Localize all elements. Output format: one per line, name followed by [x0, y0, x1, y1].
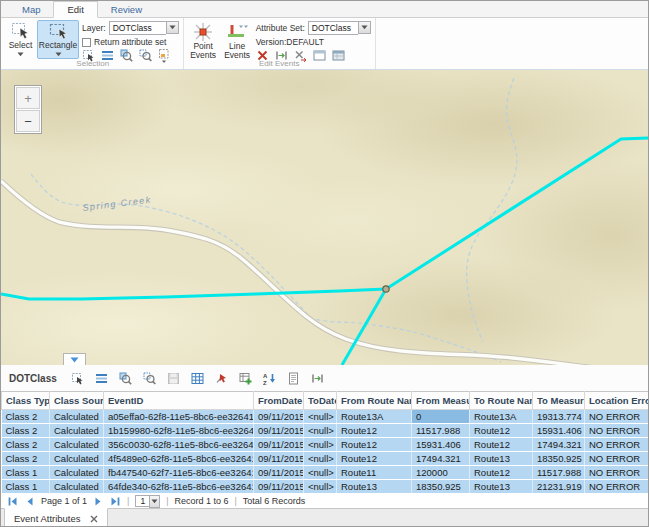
table-cell[interactable]: Class 2: [2, 452, 50, 466]
rectangle-select-button[interactable]: Rectangle: [37, 20, 79, 59]
table-cell[interactable]: Calculated: [50, 480, 104, 494]
column-header[interactable]: Location Error: [585, 392, 649, 410]
zoom-in-button[interactable]: +: [16, 87, 40, 109]
table-cell[interactable]: Route13A: [337, 410, 412, 424]
table-cell[interactable]: 09/11/2015: [254, 480, 304, 494]
table-cell[interactable]: 120000: [412, 466, 470, 480]
column-header[interactable]: To Measure: [533, 392, 585, 410]
attribute-set-dropdown-icon[interactable]: [358, 21, 371, 34]
table-cell[interactable]: <null>: [304, 424, 337, 438]
table-cell[interactable]: 1b159980-62f8-11e5-8bc6-ee32641d5ec9: [104, 424, 254, 438]
table-cell[interactable]: NO ERROR: [585, 410, 649, 424]
map-viewport[interactable]: Spring Creek + −: [1, 70, 649, 365]
table-cell[interactable]: Route12: [470, 424, 533, 438]
table-cell[interactable]: Route12: [470, 438, 533, 452]
table-cell[interactable]: 09/11/2015: [254, 438, 304, 452]
layer-dropdown-icon[interactable]: [166, 21, 179, 34]
column-header[interactable]: FromDate: [254, 392, 304, 410]
table-cell[interactable]: Calculated: [50, 424, 104, 438]
next-page-icon[interactable]: [93, 496, 104, 507]
table-cell[interactable]: Class 1: [2, 480, 50, 494]
table-cell[interactable]: 11517.988: [412, 424, 470, 438]
table-cell[interactable]: Class 2: [2, 410, 50, 424]
tab-review[interactable]: Review: [98, 2, 155, 17]
table-cell[interactable]: <null>: [304, 410, 337, 424]
column-header[interactable]: ToDate: [304, 392, 337, 410]
save-icon[interactable]: [167, 372, 180, 385]
table-cell[interactable]: 17494.321: [412, 452, 470, 466]
table-row[interactable]: Class 1Calculated64fde340-62f8-11e5-8bc6…: [2, 480, 649, 494]
attribute-table-icon[interactable]: [191, 372, 204, 385]
table-row[interactable]: Class 2Calculated4f5489e0-62f8-11e5-8bc6…: [2, 452, 649, 466]
set-range-icon[interactable]: [311, 372, 324, 385]
pan-to-selection-icon[interactable]: [143, 372, 156, 385]
table-cell[interactable]: fb447540-62f7-11e5-8bc6-ee32641d5ec9: [104, 466, 254, 480]
table-cell[interactable]: 356c0030-62f8-11e5-8bc6-ee32641d5ec9: [104, 438, 254, 452]
last-page-icon[interactable]: [110, 496, 121, 507]
identify-icon[interactable]: [287, 372, 300, 385]
table-cell[interactable]: a05effa0-62f8-11e5-8bc6-ee32641d5ec9: [104, 410, 254, 424]
table-cell[interactable]: 21231.919: [533, 480, 585, 494]
table-cell[interactable]: Route13: [470, 452, 533, 466]
table-cell[interactable]: Route12: [337, 452, 412, 466]
selection-list-icon[interactable]: [95, 372, 108, 385]
point-events-button[interactable]: Point Events: [188, 20, 219, 59]
column-header[interactable]: EventID: [104, 392, 254, 410]
column-header[interactable]: To Route Name: [470, 392, 533, 410]
table-cell[interactable]: 11517.988: [533, 466, 585, 480]
table-cell[interactable]: <null>: [304, 480, 337, 494]
table-cell[interactable]: 15931.406: [412, 438, 470, 452]
column-header[interactable]: Class Type: [2, 392, 50, 410]
table-cell[interactable]: 4f5489e0-62f8-11e5-8bc6-ee32641d5ec9: [104, 452, 254, 466]
table-row[interactable]: Class 2Calculated1b159980-62f8-11e5-8bc6…: [2, 424, 649, 438]
page-select-dropdown-icon[interactable]: [149, 495, 160, 508]
line-events-button[interactable]: Line Events: [222, 20, 253, 59]
zoom-to-selection-icon[interactable]: [119, 372, 132, 385]
table-cell[interactable]: 17494.321: [533, 438, 585, 452]
table-cell[interactable]: 09/11/2015: [254, 424, 304, 438]
table-cell[interactable]: Route11: [337, 466, 412, 480]
table-cell[interactable]: Calculated: [50, 466, 104, 480]
zoom-out-button[interactable]: −: [16, 110, 40, 132]
append-records-icon[interactable]: [239, 372, 252, 385]
first-page-icon[interactable]: [7, 496, 18, 507]
route-junction-marker[interactable]: [383, 286, 389, 292]
table-cell[interactable]: 64fde340-62f8-11e5-8bc6-ee32641d5ec9: [104, 480, 254, 494]
table-cell[interactable]: <null>: [304, 466, 337, 480]
close-icon[interactable]: [90, 515, 98, 523]
table-cell[interactable]: 09/11/2015: [254, 452, 304, 466]
locate-event-icon[interactable]: [215, 372, 228, 385]
collapse-table-button[interactable]: [63, 353, 86, 365]
table-cell[interactable]: Route12: [470, 466, 533, 480]
table-cell[interactable]: Class 2: [2, 424, 50, 438]
table-cell[interactable]: 09/11/2015: [254, 466, 304, 480]
table-cell[interactable]: <null>: [304, 438, 337, 452]
page-select-combobox[interactable]: 1: [135, 495, 160, 507]
table-row[interactable]: Class 2Calculated356c0030-62f8-11e5-8bc6…: [2, 438, 649, 452]
table-cell[interactable]: Class 2: [2, 438, 50, 452]
table-cell[interactable]: 0: [412, 410, 470, 424]
table-cell[interactable]: Class 1: [2, 466, 50, 480]
select-button[interactable]: Select: [7, 20, 34, 59]
table-cell[interactable]: 18350.925: [412, 480, 470, 494]
tab-edit[interactable]: Edit: [53, 1, 97, 18]
table-cell[interactable]: 15931.406: [533, 424, 585, 438]
tab-map[interactable]: Map: [9, 2, 53, 17]
table-cell[interactable]: Route12: [337, 424, 412, 438]
table-cell[interactable]: Route13: [470, 480, 533, 494]
table-cell[interactable]: NO ERROR: [585, 424, 649, 438]
tab-event-attributes[interactable]: Event Attributes: [4, 508, 108, 527]
table-cell[interactable]: Route12: [337, 438, 412, 452]
layer-combobox[interactable]: DOTClass: [109, 21, 179, 35]
table-cell[interactable]: Route13: [337, 480, 412, 494]
select-page-icon[interactable]: [71, 372, 84, 385]
table-row[interactable]: Class 2Calculateda05effa0-62f8-11e5-8bc6…: [2, 410, 649, 424]
table-cell[interactable]: NO ERROR: [585, 452, 649, 466]
table-cell[interactable]: 09/11/2015: [254, 410, 304, 424]
table-cell[interactable]: NO ERROR: [585, 466, 649, 480]
table-cell[interactable]: NO ERROR: [585, 438, 649, 452]
table-cell[interactable]: Route13A: [470, 410, 533, 424]
previous-page-icon[interactable]: [24, 496, 35, 507]
attribute-set-combobox[interactable]: DOTClass: [308, 21, 371, 35]
table-cell[interactable]: Calculated: [50, 452, 104, 466]
